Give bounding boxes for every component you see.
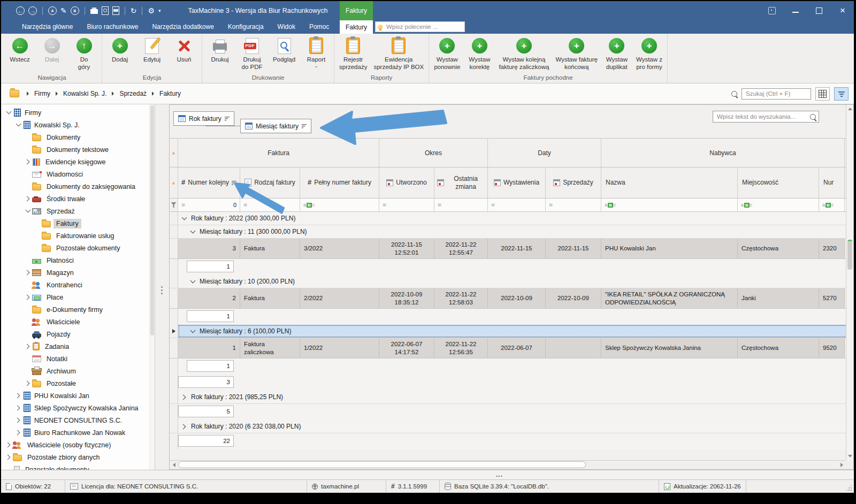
tree-item[interactable]: Pojazdy (1, 328, 155, 340)
chevron-right-icon[interactable] (15, 392, 22, 399)
filter-cell[interactable]: = (434, 198, 488, 211)
grid-cell[interactable]: Faktura zaliczkowa (240, 338, 300, 358)
column-header-utworzono[interactable]: Utworzono (379, 167, 434, 198)
column-header-sprzedaży[interactable]: Sprzedaży (546, 167, 601, 198)
band-header-faktura[interactable]: Faktura (178, 139, 379, 167)
chevron-right-icon[interactable] (5, 454, 12, 461)
tab-faktury-active[interactable]: Faktury (340, 20, 373, 34)
context-tab-faktury[interactable]: Faktury (340, 1, 373, 20)
grid-cell[interactable]: 2 (178, 288, 240, 308)
qat-preview-button[interactable] (102, 6, 109, 15)
grid-cell[interactable]: 2320 (819, 239, 845, 258)
ribbon-button-ewidencja-sprzedaży-ip-box[interactable]: Ewidencja sprzedaży IP BOX (370, 35, 427, 71)
tree-item[interactable]: Biuro Rachunkowe Jan Nowak (1, 426, 155, 439)
band-header-nabywca[interactable]: Nabywca (601, 139, 845, 167)
grid-cell[interactable]: Częstochowa (738, 239, 819, 258)
filter-cell[interactable]: aBc (601, 198, 738, 211)
chevron-right-icon[interactable] (15, 417, 22, 424)
qat-settings-button[interactable]: ⚙ (148, 7, 155, 15)
tree-item[interactable]: e-Dokumenty firmy (1, 303, 155, 316)
tree-item[interactable]: Wiadomości (1, 168, 155, 180)
tree-item[interactable]: Środki trwałe (1, 193, 155, 205)
qat-print-button[interactable] (90, 7, 98, 14)
ribbon-button-wystaw-fakturę-końcową[interactable]: +Wystaw fakturę końcową (552, 35, 601, 71)
qat-back-button[interactable]: ← (16, 6, 25, 15)
chevron-down-icon[interactable] (189, 328, 196, 335)
filter-cell[interactable]: = (546, 198, 601, 211)
tree-item[interactable]: Sprzedaż (1, 205, 155, 217)
vertical-scrollbar[interactable] (846, 105, 853, 460)
grid-data-row[interactable]: 3Faktura3/20222022-11-15 12:52:012022-11… (170, 239, 853, 259)
command-input[interactable] (385, 23, 462, 30)
ribbon-button-drukuj[interactable]: Drukuj (204, 35, 236, 64)
tree-item[interactable]: Właściciele (1, 316, 155, 328)
tree-item[interactable]: Kontrahenci (1, 279, 155, 291)
chevron-right-icon[interactable] (15, 404, 22, 411)
ribbon-button-wystaw-duplikat[interactable]: +Wystaw duplikat (601, 35, 633, 71)
filter-cell[interactable]: aBc (300, 198, 379, 211)
scroll-down-button[interactable] (846, 452, 853, 460)
grid-group-row[interactable]: Miesiąc faktury : 11 (300 000,00 PLN) (170, 225, 853, 239)
tree-item[interactable]: Pozostałe dokumenty (1, 463, 155, 470)
ribbon-button-do-góry[interactable]: ↑Do góry (68, 35, 100, 71)
panel-splitter[interactable] (155, 104, 169, 470)
scroll-right-button[interactable] (837, 461, 846, 469)
tree-item[interactable]: Pozostałe (1, 377, 155, 390)
tree-item[interactable]: Notatki (1, 353, 155, 365)
tree-item[interactable]: Pozostałe zbiory danych (1, 451, 155, 463)
ribbon-button-edytuj[interactable]: Edytuj (136, 35, 168, 64)
chevron-down-icon[interactable] (25, 208, 32, 215)
find-box[interactable] (713, 111, 819, 123)
qat-delete-button[interactable]: × (71, 6, 79, 15)
search-input[interactable] (745, 90, 808, 97)
column-header-nur[interactable]: Nur (819, 167, 845, 198)
scroll-up-button[interactable] (846, 105, 853, 113)
grid-data-row[interactable]: 1Faktura zaliczkowa1/20222022-06-07 14:1… (170, 338, 853, 358)
tree-item[interactable]: Płace (1, 291, 155, 303)
chevron-down-icon[interactable] (15, 121, 22, 128)
column-header-pełny-numer-faktury[interactable]: #Pełny numer faktury (300, 167, 379, 198)
grid-cell[interactable]: 2022-11-15 12:52:01 (379, 239, 434, 258)
grid-cell[interactable]: 2022-06-07 14:17:52 (379, 338, 434, 358)
horizontal-scrollbar[interactable] (170, 460, 846, 469)
chevron-down-icon[interactable] (189, 228, 196, 235)
tree-item[interactable]: Fakturowanie usług (1, 230, 155, 242)
chevron-down-icon[interactable] (189, 278, 196, 285)
grid-cell[interactable] (546, 338, 601, 358)
group-chip-rok-faktury[interactable]: Rok faktury (173, 111, 234, 126)
tree-scrollbar-thumb[interactable] (150, 105, 154, 335)
tree-scrollbar[interactable] (149, 104, 155, 470)
grid-cell[interactable]: 2022-11-22 12:58:03 (434, 288, 488, 308)
chevron-right-icon[interactable] (25, 269, 32, 276)
find-input[interactable] (716, 113, 810, 120)
menu-tab-biuro-rachunkowe[interactable]: Biuro rachunkowe (80, 20, 145, 34)
menu-tab-narz-dzia-dodatkowe[interactable]: Narzędzia dodatkowe (145, 20, 220, 34)
filter-panel-button[interactable] (834, 87, 849, 101)
grid-cell[interactable]: 2022-11-15 (488, 239, 546, 258)
grid-cell[interactable]: 2022-06-07 (488, 338, 546, 358)
grid-cell[interactable]: 2022-10-09 (546, 288, 601, 308)
filter-cell[interactable]: = (488, 198, 546, 211)
horizontal-scrollbar-thumb[interactable] (178, 461, 586, 468)
column-header-ostatnia-zmiana[interactable]: Ostatnia zmiana (434, 167, 488, 198)
tree-item[interactable]: Magazyn (1, 266, 155, 279)
chevron-down-icon[interactable] (181, 215, 188, 222)
ribbon-button-wystaw-kolejną-fakturę-zaliczkową[interactable]: +Wystaw kolejną fakturę zaliczkową (495, 35, 552, 71)
chevron-right-icon[interactable] (25, 294, 32, 301)
focus-mode-button[interactable] (768, 7, 776, 14)
menu-tab-pomoc[interactable]: Pomoc (302, 20, 336, 34)
search-box[interactable] (742, 88, 811, 100)
ribbon-button-wystaw-korektę[interactable]: +Wystaw korektę (463, 35, 495, 71)
grid-group-row[interactable]: Rok faktury : 2022 (300 300,00 PLN) (170, 212, 853, 225)
ribbon-button-wstecz[interactable]: ←Wstecz (4, 35, 36, 64)
filter-cell[interactable]: = (379, 198, 434, 211)
minimize-button[interactable] (792, 7, 799, 14)
ribbon-button-drukuj-do-pdf[interactable]: Drukuj do PDF (236, 35, 268, 71)
grid-cell[interactable]: 5270 (819, 288, 845, 308)
grid-group-row[interactable]: Rok faktury : 2020 (6 232 038,00 PLN) (170, 420, 853, 433)
qat-dropdown-button[interactable]: ▾ (158, 7, 161, 15)
ribbon-button-raport[interactable]: Raport⌄ (300, 35, 332, 68)
tree-item[interactable]: Firmy (1, 106, 155, 119)
grid-view-button[interactable] (815, 87, 830, 101)
band-header-okres[interactable]: Okres (379, 139, 488, 167)
